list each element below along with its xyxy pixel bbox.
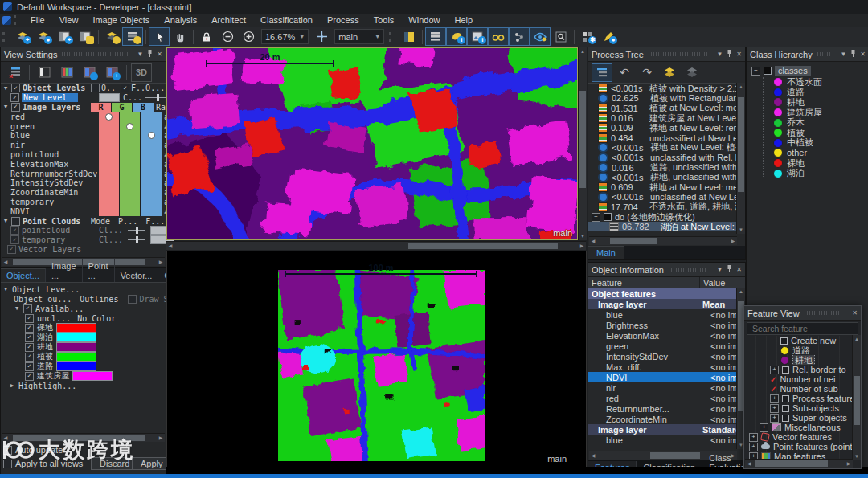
feature-item[interactable]: 耕地 [746,355,853,365]
zoom-in-button[interactable] [238,27,259,46]
channel-cell-r[interactable] [99,150,120,160]
expand-icon[interactable]: + [770,394,779,403]
object-info-row[interactable]: ElevationMax<no image object se [588,330,737,341]
channel-cell-r[interactable] [99,112,120,121]
class-hierarchy-header[interactable]: Class Hierarchy ▼ ✕ [747,47,868,62]
feature-item[interactable]: ✓Number of nei [746,374,853,384]
scroll-down-icon[interactable]: ▼ [579,232,587,240]
tab-image[interactable]: Image ... [46,259,83,282]
column-header-B[interactable]: B [133,103,154,112]
point-clouds-header-row[interactable]: ▼Point CloudsModeP...F... [1,216,166,226]
menu-classification[interactable]: Classification [253,14,320,26]
channel-cell-b[interactable] [141,150,162,160]
channel-cell-r[interactable] [99,198,120,207]
expand-icon[interactable]: + [749,433,758,442]
channel-cell-b[interactable] [141,178,162,188]
pin-icon[interactable] [727,265,732,274]
feature-item[interactable]: +Process features [746,394,853,403]
image-layers-header-row[interactable]: ▼✓Image LayersRGBRa [1,103,166,112]
feature-view-vscrollbar[interactable]: ▲ ▼ [852,335,861,460]
class-hierarchy-item[interactable]: 湖泊 [764,168,868,178]
scroll-right-icon[interactable]: ▶ [157,258,165,266]
close-icon[interactable]: ✕ [852,309,858,317]
scroll-thumb[interactable] [755,460,828,467]
object-info-row[interactable]: IntensityStdDev<no image object se [588,351,737,362]
image-layer-row[interactable]: redaut [1,112,166,121]
scroll-thumb[interactable] [579,91,586,188]
class-row[interactable]: ✓耕地 [2,342,166,352]
scroll-up-icon[interactable]: ▲ [579,47,587,55]
class-hierarchy-item[interactable]: 中植被 [764,138,868,149]
slider-thumb[interactable] [136,227,138,234]
feature-item[interactable]: ✓Number of sub [746,384,853,394]
class-color-swatch[interactable] [56,352,96,362]
pixel-view-button[interactable] [509,27,530,46]
scroll-right-icon[interactable]: ▶ [578,242,586,250]
show-classification-button[interactable] [488,27,509,46]
pin-icon[interactable] [850,50,856,59]
channel-cell-b[interactable] [141,141,162,150]
channel-cell-b[interactable] [141,131,162,141]
split-window-button[interactable] [399,27,420,46]
highlight-row[interactable]: ▶Hightligh... [2,381,166,390]
collapse-icon[interactable]: − [592,213,600,222]
image-layer-row[interactable]: NDVIaut [1,206,166,216]
viewer-top-hscrollbar[interactable]: ◀ ▶ [166,241,586,250]
3d-view-button[interactable]: 3D [131,63,152,82]
image-layer-stddev-section[interactable]: Image layerStandard deviation [588,424,737,435]
column-header-G[interactable]: G [112,103,133,112]
column-header-R[interactable]: R [91,103,112,112]
process-tree-mode-button[interactable] [592,63,612,82]
image-layer-row[interactable]: temporaryaut [1,198,166,207]
scroll-right-icon[interactable]: ▶ [729,237,737,245]
scroll-down-icon[interactable]: ▼ [853,452,861,460]
scroll-thumb[interactable] [13,435,145,441]
channel-cell-b[interactable] [141,121,162,131]
image-layer-row[interactable]: greenaut [1,121,166,131]
channel-cell-b[interactable] [141,112,162,121]
lock-zoom-button[interactable] [196,27,217,46]
channel-cell-g[interactable] [120,178,141,188]
process-row[interactable]: 0.484unclassified at New Level: r [588,133,737,142]
channel-cell-r[interactable] [99,169,120,178]
select-cursor-button[interactable] [149,27,170,46]
point-cloud-row[interactable]: ✓temporaryCl... [1,235,166,245]
scroll-left-icon[interactable]: ◀ [589,451,597,460]
menu-help[interactable]: Help [447,14,480,26]
image-layers-checkbox[interactable]: ✓ [11,103,20,112]
channel-cell-b[interactable] [141,206,162,216]
zoom-level-dropdown[interactable]: 16.67%▼ [261,29,309,44]
image-layer-row[interactable]: ReturnnumberStdDevaut [1,169,166,178]
close-icon[interactable]: ✕ [736,51,742,58]
menu-architect[interactable]: Architect [204,14,253,26]
feature-item[interactable]: +Vector features [746,432,853,442]
channel-cell-g[interactable] [120,159,141,169]
available-checkbox[interactable]: ✓ [23,304,32,313]
run-process-button[interactable] [659,63,680,82]
expand-icon[interactable]: + [749,443,758,451]
process-row[interactable]: 0.109裸地 at New Level: remove [588,123,737,133]
point-cloud-checkbox[interactable]: ✓ [10,226,19,235]
object-info-row[interactable]: nir<no image object se [588,382,737,393]
menu-image-objects[interactable]: Image Objects [85,14,157,26]
process-row[interactable]: 06.782湖泊 at New Level: grow [588,222,737,231]
tab-main[interactable]: Main [588,246,624,259]
tab-vector[interactable]: Vector... [115,269,159,282]
edit-samples-button[interactable]: ● [598,27,619,46]
class-color-swatch[interactable] [56,333,96,342]
class-row[interactable]: ✓植被 [2,352,166,362]
scroll-left-icon[interactable]: ◀ [745,460,753,468]
vector-layers-row[interactable]: ✓Vector Layers [1,245,166,255]
point-cloud-slider[interactable] [128,230,145,231]
process-row[interactable]: 02.625植被 with Rectangular fit > [588,93,737,103]
scroll-left-icon[interactable]: ◀ [166,242,174,250]
image-layer-mixing-button[interactable] [101,27,122,46]
channel-cell-r[interactable] [99,178,120,188]
view-classification-button[interactable]: i [446,27,467,46]
class-color-swatch[interactable] [72,371,113,381]
menu-analysis[interactable]: Analysis [157,14,204,26]
zoom-to-selection-button[interactable] [551,27,571,46]
map-viewer-bottom[interactable]: 100 m main [166,251,587,468]
channel-cell-b[interactable] [141,169,162,178]
process-row[interactable]: <0.001s裸地 at New Level: 植被 [588,143,737,153]
